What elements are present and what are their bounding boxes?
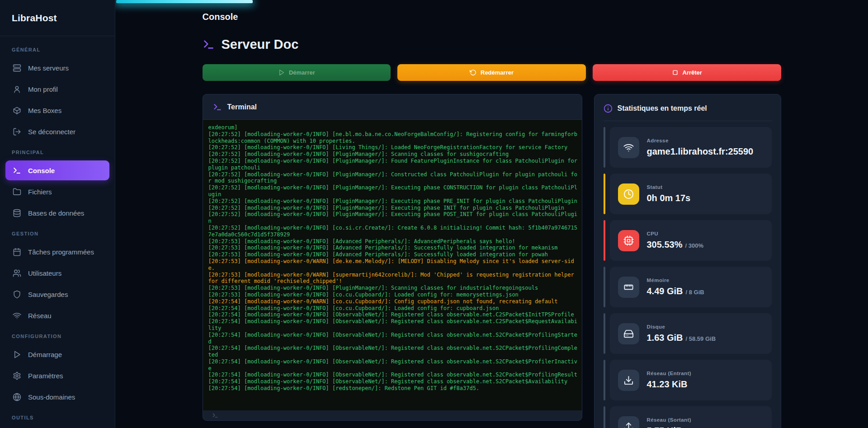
stat-accent-bar xyxy=(604,267,605,307)
sidebar-section-configuration: CONFIGURATION Démarrage Paramètres xyxy=(5,334,109,407)
log-line: [20:27:54] [modloading-worker-0/INFO] [O… xyxy=(208,318,578,332)
folder-icon xyxy=(13,188,21,196)
sidebar-section-outils: OUTILS Journal d'activité Modpacks xyxy=(5,415,109,428)
terminal-icon xyxy=(13,166,21,175)
sidebar-item-taches-programmees[interactable]: Tâches programmées xyxy=(5,242,109,262)
sidebar-item-reseau[interactable]: Réseau xyxy=(5,306,109,325)
brand-logo: LibraHost xyxy=(0,0,115,36)
disk-icon xyxy=(618,323,639,344)
sidebar-item-mes-boxes[interactable]: Mes Boxes xyxy=(5,100,109,120)
info-icon xyxy=(604,104,613,113)
stats-panel: Statistiques en temps réel Adresse xyxy=(594,94,781,428)
main-area: Console Serveur Doc Démarrer Redémarrer xyxy=(115,0,868,428)
stat-card-reseau-sortant: Réseau (Sortant) 5.75 KiB xyxy=(604,406,772,428)
sidebar-item-journal-d-activite[interactable]: Journal d'activité xyxy=(5,426,109,428)
stats-header: Statistiques en temps réel xyxy=(604,104,772,121)
log-line: [20:27:53] [modloading-worker-0/INFO] [A… xyxy=(208,238,578,245)
stat-suffix: / 58.59 GiB xyxy=(686,335,716,342)
stat-suffix: / 8 GiB xyxy=(686,289,704,296)
download-icon xyxy=(618,370,639,391)
user-icon xyxy=(13,85,21,94)
stat-value: 1.63 GiB xyxy=(647,333,683,343)
sidebar-nav: GÉNÉRAL Mes serveurs Mon profil xyxy=(0,36,115,428)
terminal-output[interactable]: exdeorum] [20:27:52] [modloading-worker-… xyxy=(203,120,582,410)
log-line: [20:27:53] [modloading-worker-0/INFO] [A… xyxy=(208,251,578,258)
wifi-icon xyxy=(618,137,639,158)
terminal-icon xyxy=(203,38,215,51)
section-title: OUTILS xyxy=(12,415,103,420)
sidebar-item-se-deconnecter[interactable]: Se déconnecter xyxy=(5,122,109,141)
upload-icon xyxy=(618,416,639,428)
stat-card-statut: Statut 0h 0m 17s xyxy=(604,174,772,214)
stop-button[interactable]: Arrêter xyxy=(593,64,781,81)
sidebar-item-label: Utilisateurs xyxy=(28,269,61,277)
sidebar-item-label: Fichiers xyxy=(28,188,52,196)
stat-label: Statut xyxy=(647,184,693,190)
users-icon xyxy=(13,269,21,277)
sidebar-item-label: Tâches programmées xyxy=(28,248,94,256)
stats-title: Statistiques en temps réel xyxy=(618,104,707,113)
log-line: [20:27:54] [modloading-worker-0/INFO] [O… xyxy=(208,311,578,318)
sidebar-item-label: Sauvegardes xyxy=(28,291,68,298)
sidebar-item-label: Mon profil xyxy=(28,85,58,93)
log-line: [20:27:52] [modloading-worker-0/INFO] [n… xyxy=(208,131,578,145)
gear-icon xyxy=(13,372,21,380)
sidebar-section-general: GÉNÉRAL Mes serveurs Mon profil xyxy=(5,47,109,141)
restart-icon xyxy=(470,69,476,76)
stat-value: 0h 0m 17s xyxy=(647,193,691,203)
sidebar-section-gestion: GESTION Tâches programmées Utilisateurs xyxy=(5,231,109,325)
sidebar-item-sous-domaines[interactable]: Sous-domaines xyxy=(5,387,109,407)
sidebar-section-principal: PRINCIPAL Console Fichiers Ba xyxy=(5,150,109,223)
stat-value: 5.75 KiB xyxy=(647,426,683,428)
sidebar: LibraHost GÉNÉRAL Mes serveurs Mon profi… xyxy=(0,0,115,428)
server-title-row: Serveur Doc xyxy=(203,37,781,52)
stat-suffix: / 300% xyxy=(685,242,703,249)
sidebar-item-parametres[interactable]: Paramètres xyxy=(5,366,109,386)
sidebar-item-utilisateurs[interactable]: Utilisateurs xyxy=(5,263,109,283)
stat-accent-bar xyxy=(604,360,605,400)
stat-label: Adresse xyxy=(647,138,756,143)
log-line: [20:27:52] [modloading-worker-0/INFO] [P… xyxy=(208,158,578,171)
stat-label: Disque xyxy=(647,324,716,329)
stat-card-reseau-entrant: Réseau (Entrant) 41.23 KiB xyxy=(604,360,772,400)
terminal-command-bar xyxy=(203,410,582,420)
log-line: [20:27:52] [modloading-worker-0/INFO] [L… xyxy=(208,144,578,151)
log-line: [20:27:54] [modloading-worker-0/INFO] [r… xyxy=(208,385,578,392)
stat-accent-bar xyxy=(604,406,605,428)
stat-accent-bar xyxy=(604,174,605,214)
sidebar-item-label: Sous-domaines xyxy=(28,393,75,401)
sidebar-item-label: Console xyxy=(28,167,55,174)
sidebar-item-console[interactable]: Console xyxy=(5,160,109,180)
stat-value: 305.53% xyxy=(647,240,683,249)
terminal-header: Terminal xyxy=(203,94,582,120)
sidebar-item-label: Mes serveurs xyxy=(28,64,69,72)
log-line: [20:27:53] [modloading-worker-0/WARN] [d… xyxy=(208,258,578,272)
sidebar-item-sauvegardes[interactable]: Sauvegardes xyxy=(5,284,109,304)
log-line: [20:27:54] [modloading-worker-0/INFO] [c… xyxy=(208,305,578,312)
stat-label: CPU xyxy=(647,231,703,236)
stat-label: Réseau (Entrant) xyxy=(647,371,691,376)
sidebar-item-mon-profil[interactable]: Mon profil xyxy=(5,79,109,99)
sidebar-item-demarrage[interactable]: Démarrage xyxy=(5,344,109,364)
stat-card-disque: Disque 1.63 GiB/ 58.59 GiB xyxy=(604,313,772,354)
log-line: [20:27:52] [modloading-worker-0/INFO] [c… xyxy=(208,225,578,238)
section-title: PRINCIPAL xyxy=(12,150,103,155)
start-button[interactable]: Démarrer xyxy=(203,64,391,81)
wifi-icon xyxy=(13,311,21,320)
sidebar-item-mes-serveurs[interactable]: Mes serveurs xyxy=(5,58,109,78)
log-line: [20:27:52] [modloading-worker-0/INFO] [P… xyxy=(208,205,578,212)
restart-button[interactable]: Redémarrer xyxy=(397,64,586,81)
log-line: [20:27:53] [modloading-worker-0/INFO] [P… xyxy=(208,285,578,292)
play-icon xyxy=(278,69,285,76)
sidebar-item-bases-de-donnees[interactable]: Bases de données xyxy=(5,203,109,223)
log-line: [20:27:54] [modloading-worker-0/INFO] [O… xyxy=(208,345,578,358)
log-line: [20:27:54] [modloading-worker-0/WARN] [c… xyxy=(208,298,578,305)
play-icon xyxy=(13,350,21,359)
server-actions: Démarrer Redémarrer Arrêter xyxy=(203,64,781,81)
sidebar-item-fichiers[interactable]: Fichiers xyxy=(5,182,109,202)
log-line: [20:27:52] [modloading-worker-0/INFO] [P… xyxy=(208,184,578,198)
stat-card-adresse: Adresse game1.librahost.fr:25590 xyxy=(604,127,772,168)
log-line: [20:27:53] [modloading-worker-0/WARN] [s… xyxy=(208,272,578,285)
section-title: GÉNÉRAL xyxy=(12,47,103,52)
stat-value: 41.23 KiB xyxy=(647,379,688,389)
